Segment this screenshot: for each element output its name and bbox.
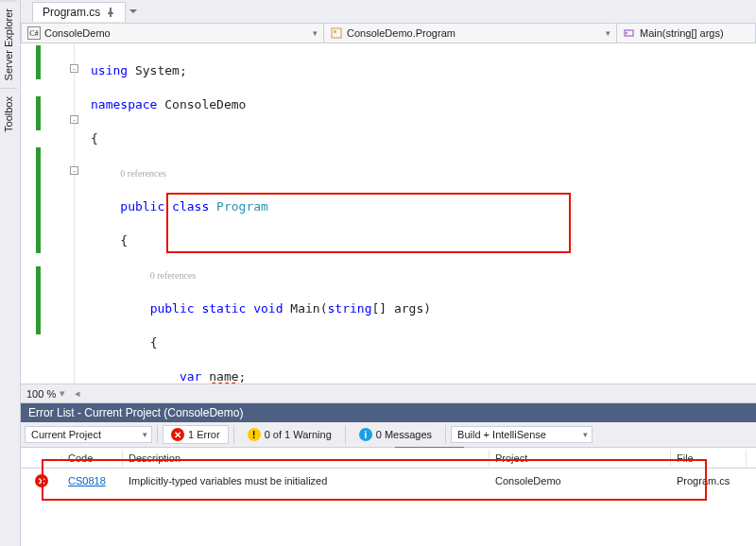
row-description-cell: Implicitly-typed variables must be initi…: [123, 471, 490, 490]
row-project-cell: ConsoleDemo: [490, 471, 671, 490]
code-token-error: name: [209, 369, 238, 384]
nav-scope-project-label: ConsoleDemo: [44, 27, 111, 39]
fold-toggle[interactable]: -: [70, 115, 78, 124]
svg-rect-1: [334, 30, 336, 33]
pin-icon[interactable]: [106, 8, 115, 17]
col-icon[interactable]: [21, 455, 62, 461]
class-icon: [330, 26, 343, 40]
info-icon: i: [359, 428, 372, 441]
code-text[interactable]: using System; namespace ConsoleDemo { 0 …: [91, 43, 756, 384]
scroll-left-icon[interactable]: ◂: [75, 387, 80, 400]
code-token: ConsoleDemo: [164, 97, 246, 111]
code-token: {: [150, 335, 158, 350]
code-token: public: [120, 199, 172, 213]
chevron-down-icon: ▾: [143, 430, 147, 439]
zoom-bar: 100 % ▾ ◂: [21, 384, 756, 402]
fold-toggle[interactable]: -: [70, 166, 78, 175]
error-list-title: Error List - Current Project (ConsoleDem…: [21, 403, 756, 422]
divider: [233, 425, 234, 444]
row-file-cell: Program.cs: [671, 471, 747, 490]
code-token: ;: [239, 369, 247, 384]
code-token: static: [201, 301, 253, 316]
code-token: var: [180, 369, 209, 384]
toolbox-tab[interactable]: Toolbox: [0, 88, 17, 140]
errors-filter[interactable]: ✕ 1 Error: [163, 425, 229, 444]
nav-scope-class-label: ConsoleDemo.Program: [347, 27, 455, 39]
code-token: using: [91, 63, 135, 77]
csharp-icon: C#: [27, 26, 41, 40]
col-code[interactable]: Code: [62, 450, 123, 467]
build-intellisense-label: Build + IntelliSense: [457, 429, 546, 440]
col-project[interactable]: Project: [490, 450, 671, 467]
code-token: Main(: [290, 301, 327, 316]
divider: [157, 425, 158, 444]
server-explorer-tab[interactable]: Server Explorer: [0, 0, 17, 88]
error-icon: ✕: [35, 474, 48, 487]
code-editor[interactable]: - - - using System; namespace ConsoleDem…: [21, 43, 756, 384]
warning-icon: !: [248, 428, 261, 441]
code-token: ;: [180, 63, 187, 77]
code-token: public: [150, 301, 202, 316]
nav-scope-project[interactable]: C# ConsoleDemo ▾: [22, 24, 324, 43]
messages-filter-label: 0 Messages: [376, 429, 432, 440]
editor-gutter: - - -: [21, 43, 91, 384]
error-list-panel: Error List - Current Project (ConsoleDem…: [21, 402, 756, 546]
build-intellisense-combo[interactable]: Build + IntelliSense ▾: [451, 426, 593, 443]
code-token: void: [253, 301, 290, 316]
code-token: System: [135, 63, 180, 77]
chevron-down-icon[interactable]: [129, 8, 137, 15]
document-tab-row: Program.cs: [21, 0, 756, 23]
scope-combo[interactable]: Current Project ▾: [25, 426, 152, 443]
code-token: class: [172, 199, 216, 213]
code-token: Program: [216, 199, 268, 213]
code-token: [] args): [371, 301, 431, 316]
table-header: Code Description Project File: [21, 448, 756, 469]
code-token: namespace: [91, 97, 164, 111]
error-list-table: Code Description Project File ✕ CS0818 I…: [21, 448, 756, 546]
method-icon: [623, 26, 636, 40]
col-description[interactable]: Description: [123, 450, 490, 467]
svg-point-3: [626, 32, 627, 34]
code-token: {: [120, 233, 128, 247]
zoom-value[interactable]: 100 %: [26, 388, 56, 400]
chevron-down-icon: ▾: [313, 28, 318, 38]
row-code-cell: CS0818: [62, 471, 123, 490]
error-list-toolbar: Current Project ▾ ✕ 1 Error ! 0 of 1 War…: [21, 422, 756, 448]
scope-combo-label: Current Project: [31, 429, 101, 440]
document-tab-program[interactable]: Program.cs: [32, 2, 126, 22]
warnings-filter[interactable]: ! 0 of 1 Warning: [239, 425, 340, 444]
error-code-link[interactable]: CS0818: [68, 475, 106, 486]
chevron-down-icon: ▾: [583, 430, 588, 439]
error-icon: ✕: [171, 428, 184, 441]
code-token: {: [91, 131, 98, 145]
messages-filter[interactable]: i 0 Messages: [351, 425, 440, 444]
nav-scope-method-label: Main(string[] args): [640, 27, 724, 39]
divider: [445, 425, 446, 444]
code-token: string: [328, 301, 372, 316]
chevron-down-icon: ▾: [606, 28, 610, 38]
nav-scope-class[interactable]: ConsoleDemo.Program ▾: [324, 24, 617, 43]
navigation-bar: C# ConsoleDemo ▾ ConsoleDemo.Program ▾ M…: [21, 23, 756, 43]
col-file[interactable]: File: [671, 450, 747, 467]
table-row[interactable]: ✕ CS0818 Implicitly-typed variables must…: [21, 469, 756, 493]
chevron-down-icon[interactable]: ▾: [60, 387, 65, 400]
warnings-filter-label: 0 of 1 Warning: [265, 429, 332, 440]
codelens-references[interactable]: 0 references: [150, 270, 197, 281]
nav-scope-method[interactable]: Main(string[] args): [617, 24, 755, 43]
codelens-references[interactable]: 0 references: [120, 168, 166, 179]
fold-toggle[interactable]: -: [70, 64, 78, 73]
errors-filter-label: 1 Error: [188, 429, 220, 440]
document-tab-label: Program.cs: [43, 6, 100, 19]
row-icon-cell: ✕: [21, 470, 62, 491]
divider: [345, 425, 346, 444]
